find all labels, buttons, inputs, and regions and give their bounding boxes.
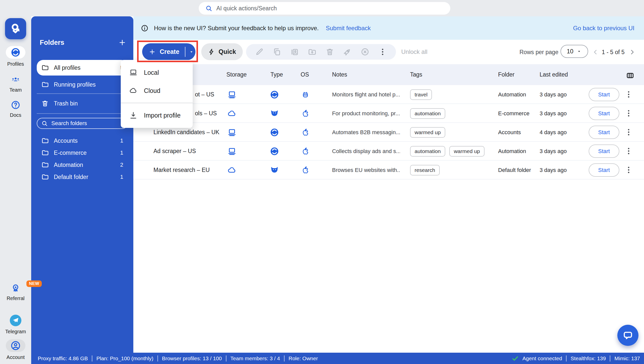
rail-item-team[interactable]: Team [0,75,31,93]
search-input[interactable]: AI quick actions/Search [199,2,450,15]
pagination-range: 1 - 5 of 5 [602,49,625,56]
feedback-banner: How is the new UI? Submit your feedback … [133,16,644,40]
menu-divider [121,103,193,103]
start-button[interactable]: Start [589,163,619,177]
table-row[interactable]: Market research – EU Browses EU websites… [133,161,644,179]
menu-item-local[interactable]: Local [121,63,193,82]
quick-button-label: Quick [219,48,236,55]
apple-icon [300,123,311,142]
mimic-icon [269,85,280,104]
rail-item-referral[interactable]: NEW Referral [0,283,31,301]
move-to-folder-icon[interactable] [308,48,316,56]
col-header-type: Type [270,71,283,78]
create-dropdown-caret[interactable] [188,49,194,55]
folder-item-e-commerce[interactable]: E-commerce 1 [37,146,128,159]
folder-item-accounts[interactable]: Accounts 1 [37,134,128,147]
profile-last-edited: 4 days ago [540,123,567,142]
launch-icon[interactable] [343,48,352,56]
col-header-os: OS [301,71,309,78]
status-bar-left: Proxy traffic: 4.86 GBPlan: Pro_100 (mon… [38,355,318,361]
rows-per-page-select[interactable]: 10 [560,45,588,58]
table-header: Storage Type OS Notes Tags Folder Last e… [133,64,644,85]
laptop-icon [226,142,237,161]
quick-button[interactable]: Quick [201,43,243,60]
profile-last-edited: 3 days ago [540,142,567,161]
rail-item-profiles[interactable]: Profiles [0,46,31,67]
table-row[interactable]: Ad scraper – US Collects display ads and… [133,142,644,161]
more-icon[interactable] [378,48,387,56]
row-more-icon[interactable] [624,90,633,99]
delete-icon[interactable] [326,48,334,56]
folder-icon [41,149,49,157]
rail-item-telegram[interactable]: Telegram [0,315,31,335]
profile-folder: E-commerce [498,104,530,123]
start-button[interactable]: Start [589,144,619,158]
folder-item-trash-bin[interactable]: Trash bin [37,97,128,110]
tag: automation [410,108,445,119]
cloud-icon [226,104,237,123]
col-header-folder: Folder [498,71,514,78]
referral-icon: NEW [11,283,20,293]
rail-item-label: Telegram [5,329,26,335]
clone-profile-icon[interactable] [290,48,299,56]
folder-item-running-profiles[interactable]: Running profiles [37,78,128,91]
duplicate-icon[interactable] [273,48,281,56]
profile-name: Market research – EU [153,161,210,179]
row-more-icon[interactable] [624,128,633,136]
divider [157,355,158,361]
table-row[interactable]: ols – US For product monitoring, pr... a… [133,104,644,123]
rail-item-docs[interactable]: Docs [0,100,31,118]
unlock-all-button[interactable]: Unlock all [401,48,427,55]
folder-item-automation[interactable]: Automation 2 [37,158,128,171]
go-back-previous-ui-link[interactable]: Go back to previous UI [573,25,634,32]
create-button[interactable]: Create [142,43,195,60]
add-folder-button[interactable] [118,39,126,47]
app-logo[interactable] [5,18,26,39]
close-circle-icon[interactable] [361,48,369,56]
start-button[interactable]: Start [589,88,619,101]
folder-item-default-folder[interactable]: Default folder 1 [37,170,128,184]
stealthfox-icon [269,104,280,123]
table-row[interactable]: ot – US Monitors flight and hotel p... t… [133,85,644,104]
submit-feedback-link[interactable]: Submit feedback [326,25,371,32]
rows-per-page-label: Rows per page [519,49,558,56]
table-row[interactable]: LinkedIn candidates – UK Automates B2B m… [133,123,644,142]
folder-item-all-profiles[interactable]: All profiles 5 [37,60,128,76]
row-more-icon[interactable] [624,166,633,174]
top-band: AI quick actions/Search [0,0,644,16]
rail-item-label: Referral [7,296,24,301]
profile-name: ot – US [195,85,214,104]
tag: automation [410,146,445,157]
row-more-icon[interactable] [624,109,633,118]
menu-item-label: Local [144,69,159,76]
pagination-next-button[interactable] [628,48,636,56]
folder-count: 1 [120,174,123,180]
tag: travel [410,89,432,100]
edit-icon[interactable] [255,48,264,56]
divider [610,355,610,361]
rail-item-account[interactable]: Account [0,339,31,360]
rail-item-label: Team [10,87,22,93]
tag: warmed up [449,146,485,157]
start-button[interactable]: Start [589,107,619,120]
menu-item-import-profile[interactable]: Import profile [121,106,193,124]
laptop-icon [226,123,237,142]
divider [37,93,128,94]
row-more-icon[interactable] [624,147,633,155]
menu-item-cloud[interactable]: Cloud [121,82,193,100]
lightning-icon [208,48,215,55]
column-settings-icon[interactable] [626,71,634,80]
search-icon [205,5,212,12]
telegram-icon [10,315,21,326]
chat-widget-button[interactable] [617,325,638,346]
profile-name: Ad scraper – US [153,142,196,161]
start-button[interactable]: Start [589,126,619,139]
create-dropdown-menu: Local Cloud Import profile [121,60,193,128]
mimic-icon [269,123,280,142]
search-folders-input[interactable]: Search folders [37,118,128,129]
pagination-prev-button[interactable] [592,48,599,56]
divider [37,113,128,114]
create-split-divider [185,47,185,57]
folder-icon [41,137,49,144]
divider [566,355,567,361]
